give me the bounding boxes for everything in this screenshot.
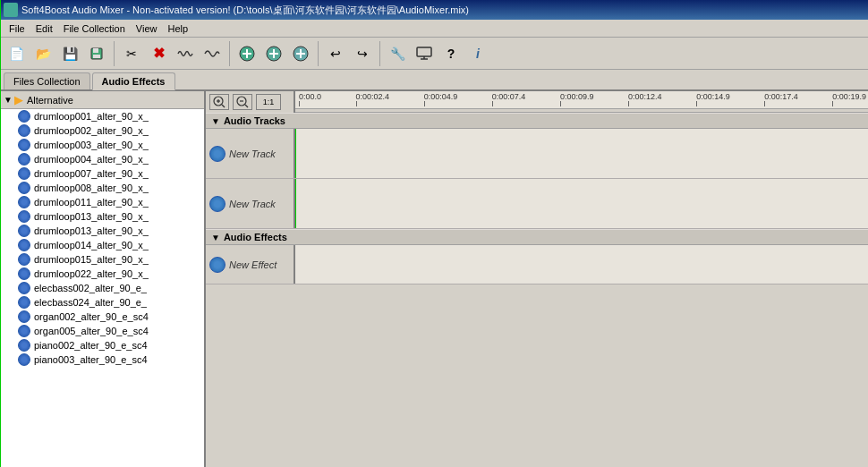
- title-bar: Soft4Boost Audio Mixer - Non-activated v…: [0, 0, 868, 20]
- ruler-mark: 0:00:04.9: [424, 92, 458, 106]
- track-2-eye-icon[interactable]: [209, 196, 226, 212]
- audio-tracks-label: Audio Tracks: [224, 115, 285, 126]
- add-track-button[interactable]: [234, 41, 260, 66]
- tree-root[interactable]: ▼ ▶ Alternative: [0, 91, 204, 109]
- list-item[interactable]: drumloop011_alter_90_x_: [0, 195, 204, 209]
- tab-bar: Files Collection Audio Effects: [0, 70, 868, 91]
- tree-expand-icon: ▼: [4, 95, 13, 105]
- audio-effects-expand[interactable]: ▼: [211, 233, 220, 242]
- ruler-mark: 0:00:07.4: [492, 92, 526, 106]
- effect-1-content[interactable]: [295, 245, 868, 284]
- folder-icon: ▶: [14, 93, 23, 106]
- ruler-marks: 0:00.00:00:02.40:00:04.90:00:07.40:00:09…: [297, 91, 866, 108]
- menu-file-collection[interactable]: File Collection: [58, 21, 131, 36]
- ruler-line: [696, 101, 697, 106]
- list-item[interactable]: drumloop008_alter_90_x_: [0, 181, 204, 195]
- title-text: Soft4Boost Audio Mixer - Non-activated v…: [21, 4, 469, 17]
- zoom-reset-button[interactable]: 1:1: [256, 94, 281, 110]
- audio-file-icon: [18, 153, 30, 166]
- list-item[interactable]: drumloop015_alter_90_x_: [0, 252, 204, 267]
- ruler-mark: 0:00:19.9: [832, 92, 866, 106]
- toolbar-sep-4: [379, 41, 380, 66]
- track-2-content[interactable]: [295, 179, 868, 228]
- list-item[interactable]: elecbass024_alter_90_e_: [0, 295, 204, 310]
- audio-file-icon: [18, 296, 30, 309]
- playhead-line-2: [295, 179, 296, 228]
- ruler-mark: 0:00.0: [299, 92, 321, 106]
- main-content: ▼ ▶ Alternative drumloop001_alter_90_x_d…: [0, 91, 868, 467]
- list-item[interactable]: organ002_alter_90_e_sc4: [0, 310, 204, 324]
- ruler-line: [560, 101, 561, 106]
- list-item[interactable]: drumloop003_alter_90_x_: [0, 138, 204, 152]
- right-panel: 1:1 0:00.00:00:02.40:00:04.90:00:07.40:0…: [206, 91, 868, 467]
- audio-file-icon: [18, 124, 30, 137]
- wave2-button[interactable]: [200, 41, 225, 66]
- delete-button[interactable]: ✖: [146, 41, 171, 66]
- zoom-in-button[interactable]: [209, 94, 229, 110]
- tab-audio-effects[interactable]: Audio Effects: [92, 72, 175, 90]
- audio-file-icon: [18, 110, 30, 123]
- ruler-line: [832, 101, 833, 106]
- audio-file-icon: [18, 225, 30, 237]
- list-item[interactable]: elecbass002_alter_90_e_: [0, 281, 204, 295]
- track-1-name: New Track: [229, 149, 276, 159]
- audio-file-icon: [18, 167, 30, 180]
- track-1-content[interactable]: [295, 129, 868, 178]
- undo-button[interactable]: ↩: [323, 41, 348, 66]
- save-button[interactable]: 💾: [57, 41, 82, 66]
- list-item[interactable]: drumloop013_alter_90_x_: [0, 209, 204, 224]
- list-item[interactable]: drumloop001_alter_90_x_: [0, 109, 204, 123]
- table-row: New Track: [206, 129, 868, 179]
- cut-button[interactable]: ✂: [119, 41, 144, 66]
- ruler-line: [628, 101, 629, 106]
- redo-button[interactable]: ↪: [350, 41, 375, 66]
- add-audio-button[interactable]: [288, 41, 313, 66]
- svg-rect-12: [417, 47, 431, 56]
- ruler-line: [299, 101, 300, 106]
- new-button[interactable]: 📄: [4, 41, 29, 66]
- list-item[interactable]: drumloop004_alter_90_x_: [0, 152, 204, 166]
- audio-file-icon: [18, 282, 30, 294]
- menu-view[interactable]: View: [131, 21, 163, 36]
- settings-button[interactable]: 🔧: [385, 41, 410, 66]
- tab-files-collection[interactable]: Files Collection: [4, 72, 90, 89]
- timeline-ruler: 0:00.00:00:02.40:00:04.90:00:07.40:00:09…: [295, 91, 868, 109]
- zoom-out-button[interactable]: [233, 94, 252, 110]
- audio-file-icon: [18, 239, 30, 251]
- zoom-bar: 1:1: [206, 91, 295, 113]
- info-button[interactable]: i: [465, 41, 490, 66]
- ruler-mark: 0:00:17.4: [764, 92, 798, 106]
- help-button[interactable]: ?: [438, 41, 464, 66]
- audio-effects-section-header: ▼ Audio Effects: [206, 229, 868, 245]
- menu-help[interactable]: Help: [162, 21, 193, 36]
- ruler-line: [424, 101, 425, 106]
- audio-file-icon: [18, 253, 30, 266]
- save-as-button[interactable]: [84, 41, 109, 66]
- list-item[interactable]: piano003_alter_90_e_sc4: [0, 352, 204, 367]
- list-item[interactable]: drumloop013_alter_90_x_: [0, 224, 204, 238]
- tracks-area: ▼ Audio Tracks New Track New Track: [206, 113, 868, 467]
- audio-file-icon: [18, 196, 30, 208]
- menu-edit[interactable]: Edit: [30, 21, 58, 36]
- effect-1-eye-icon[interactable]: [209, 257, 226, 273]
- toolbar-sep-2: [229, 41, 230, 66]
- list-item[interactable]: drumloop014_alter_90_x_: [0, 238, 204, 252]
- audio-tracks-expand[interactable]: ▼: [211, 116, 220, 126]
- list-item[interactable]: piano002_alter_90_e_sc4: [0, 338, 204, 352]
- left-panel: ▼ ▶ Alternative drumloop001_alter_90_x_d…: [0, 91, 206, 467]
- ruler-mark: 0:00:09.9: [560, 92, 594, 106]
- list-item[interactable]: drumloop002_alter_90_x_: [0, 123, 204, 138]
- ruler-line: [356, 101, 357, 106]
- list-item[interactable]: drumloop007_alter_90_x_: [0, 166, 204, 181]
- add-effect-button[interactable]: [261, 41, 286, 66]
- open-button[interactable]: 📂: [30, 41, 55, 66]
- list-item[interactable]: drumloop022_alter_90_x_: [0, 267, 204, 281]
- track-1-eye-icon[interactable]: [209, 146, 226, 162]
- audio-file-icon: [18, 353, 30, 366]
- monitor-button[interactable]: [412, 41, 437, 66]
- audio-tracks-section-header: ▼ Audio Tracks: [206, 113, 868, 129]
- wave1-button[interactable]: [173, 41, 198, 66]
- menu-file[interactable]: File: [4, 21, 30, 36]
- track-2-label: New Track: [206, 179, 295, 228]
- list-item[interactable]: organ005_alter_90_e_sc4: [0, 324, 204, 338]
